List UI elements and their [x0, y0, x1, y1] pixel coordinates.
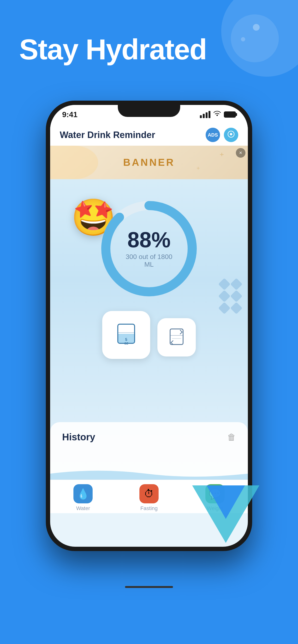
- diamond-1: [218, 278, 231, 290]
- diamond-4: [230, 290, 243, 302]
- phone-outer-frame: 9:41 Water Dr: [46, 100, 252, 551]
- status-icons: [200, 111, 236, 118]
- svg-point-1: [230, 133, 232, 135]
- phone-screen: 9:41 Water Dr: [50, 105, 248, 547]
- bg-dot-1: [253, 24, 260, 31]
- banner-text: BANNER: [123, 157, 175, 168]
- progress-area: 88% 300 out of 1800 ML: [50, 179, 248, 299]
- cup-icon-secondary: [168, 328, 185, 347]
- svg-text:5: 5: [125, 338, 127, 342]
- status-time: 9:41: [62, 110, 77, 119]
- banner-decoration: [50, 146, 98, 179]
- diamond-2: [230, 278, 243, 290]
- tab-water[interactable]: 💧 Water: [73, 484, 93, 512]
- wave-bottom: [50, 468, 248, 480]
- banner-ad: BANNER × + +: [50, 146, 248, 179]
- tab-water-label: Water: [76, 505, 90, 512]
- diamond-decorations: [220, 280, 241, 312]
- plus-decoration-1: +: [220, 150, 224, 158]
- ads-label: ADS: [208, 132, 218, 138]
- main-content: 🤩: [50, 179, 248, 513]
- battery-icon: [224, 112, 236, 118]
- page-title: Stay Hydrated: [19, 34, 207, 65]
- plus-decoration-2: +: [197, 165, 200, 172]
- diamond-5: [218, 302, 231, 314]
- drink-buttons-area: 5 OZ: [50, 311, 248, 359]
- settings-icon: [227, 130, 235, 140]
- settings-button[interactable]: [224, 128, 238, 142]
- header-buttons: ADS: [206, 128, 238, 142]
- tab-fasting-label: Fasting: [140, 505, 158, 512]
- vue-triangle-decoration: [192, 486, 259, 544]
- fasting-tab-icon: ⏱: [144, 488, 154, 500]
- svg-text:OZ: OZ: [124, 342, 128, 345]
- home-indicator: [125, 586, 173, 588]
- history-header: History 🗑: [50, 422, 248, 447]
- banner-close-button[interactable]: ×: [236, 148, 245, 158]
- ads-button[interactable]: ADS: [206, 128, 220, 142]
- signal-icon: [200, 111, 210, 118]
- progress-detail: 300 out of 1800 ML: [124, 253, 174, 268]
- phone-mockup: 9:41 Water Dr: [46, 100, 252, 592]
- diamond-3: [218, 290, 231, 302]
- drink-secondary-button[interactable]: [158, 318, 196, 356]
- progress-ring-container: 88% 300 out of 1800 ML: [99, 198, 199, 299]
- history-section: History 🗑: [50, 422, 248, 480]
- bg-dot-2: [241, 37, 245, 42]
- app-header: Water Drink Reminder ADS: [50, 124, 248, 146]
- trash-icon[interactable]: 🗑: [227, 432, 236, 442]
- ring-center: 88% 300 out of 1800 ML: [124, 229, 174, 268]
- history-title: History: [62, 432, 95, 442]
- drink-primary-button[interactable]: 5 OZ: [102, 311, 150, 359]
- tab-water-icon-wrapper: 💧: [73, 484, 93, 503]
- diamond-6: [230, 302, 243, 314]
- cup-icon-primary: 5 OZ: [115, 323, 137, 347]
- wifi-icon: [213, 111, 221, 118]
- phone-notch: [118, 105, 180, 117]
- tab-fasting-icon-wrapper: ⏱: [139, 484, 159, 503]
- app-name: Water Drink Reminder: [60, 130, 155, 140]
- tab-fasting[interactable]: ⏱ Fasting: [139, 484, 159, 512]
- progress-percent: 88%: [124, 229, 174, 250]
- water-tab-icon: 💧: [77, 488, 89, 500]
- bg-circle-small: [231, 14, 279, 62]
- close-icon: ×: [239, 150, 242, 156]
